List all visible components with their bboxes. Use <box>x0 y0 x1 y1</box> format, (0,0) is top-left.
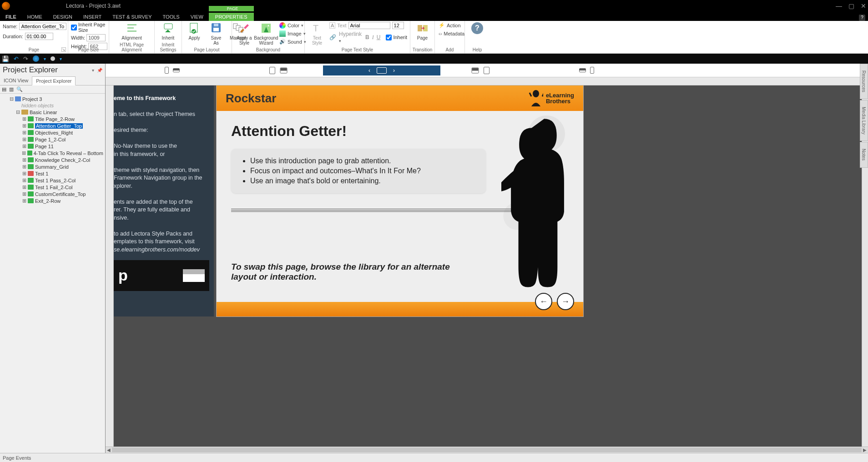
transition-button[interactable]: Page <box>413 22 432 40</box>
horizontal-scrollbar[interactable]: ◀ ▶ <box>106 447 868 453</box>
apply-layout-button[interactable]: Apply <box>185 22 204 40</box>
device-tablet-landscape-2[interactable] <box>472 67 479 73</box>
tree-expander[interactable]: ⊞ <box>22 130 26 136</box>
tab-tools[interactable]: TOOLS <box>157 13 185 21</box>
tree-node[interactable]: ⊞Test 1 Fail_2-Col <box>1 184 104 191</box>
swap-instruction-text[interactable]: To swap this page, browse the library fo… <box>231 262 477 282</box>
background-wizard-button[interactable]: Background Wizard <box>257 22 276 45</box>
device-tablet-portrait[interactable] <box>269 67 275 74</box>
canvas[interactable]: eme to this Framework n tab, select the … <box>114 85 862 447</box>
tree-node[interactable]: ⊞Title Page_2-Row <box>1 116 104 122</box>
dot-icon[interactable] <box>50 56 55 61</box>
tree-node[interactable]: ⊞Exit_2-Row <box>1 197 104 204</box>
panel-pin-icon[interactable]: 📌 <box>97 68 102 73</box>
tree-expander[interactable]: ⊟ <box>9 96 14 102</box>
next-page-button[interactable]: → <box>557 293 574 310</box>
tree-expander[interactable]: ⊟ <box>15 109 20 115</box>
tree-expander[interactable]: ⊞ <box>22 157 26 163</box>
tree-expander[interactable]: ⊞ <box>22 191 26 197</box>
device-phone-portrait-2[interactable] <box>590 67 594 74</box>
slide-attention-getter[interactable]: Rockstar eLearningBrothers Attention Get… <box>217 85 583 316</box>
tab-properties[interactable]: PROPERTIES <box>209 13 254 21</box>
tree-node[interactable]: ⊞Knowledge Check_2-Col <box>1 156 104 163</box>
device-phone-landscape-2[interactable] <box>579 68 586 72</box>
tree-expander[interactable]: ⊞ <box>22 184 26 190</box>
side-tab-notes[interactable]: Notes <box>860 142 868 167</box>
tree-node[interactable]: hidden objects <box>1 102 104 109</box>
undo-icon[interactable]: ↶ <box>14 55 19 62</box>
bg-color-dropdown[interactable]: Color <box>278 22 307 29</box>
zoom-out-icon[interactable]: ▾ <box>44 56 46 61</box>
apply-style-button[interactable]: Apply a Style <box>235 22 254 45</box>
save-as-layout-button[interactable]: Save As <box>207 22 226 45</box>
device-tablet-portrait-2[interactable] <box>484 67 490 74</box>
duration-input[interactable] <box>25 33 53 40</box>
text-style-button[interactable]: TText Style <box>308 22 327 45</box>
tree-node[interactable]: ⊞CustomCertificate_Top <box>1 191 104 197</box>
add-action-button[interactable]: ⚡Action <box>438 22 462 29</box>
bullet-1[interactable]: Use this introduction page to grab atten… <box>250 156 476 166</box>
prev-device-icon[interactable]: ‹ <box>368 67 370 74</box>
tree-node[interactable]: ⊟Project 3 <box>1 95 104 102</box>
redo-icon[interactable]: ↷ <box>23 55 28 62</box>
tab-design[interactable]: DESIGN <box>48 13 78 21</box>
tree-expander[interactable]: ⊞ <box>22 136 26 142</box>
help-icon[interactable]: ? <box>859 15 865 21</box>
preview-icon[interactable] <box>33 55 39 62</box>
font-size-input[interactable] <box>392 22 404 29</box>
close-button[interactable]: ✕ <box>861 2 866 10</box>
help-button[interactable]: ?Help <box>468 22 487 40</box>
hscroll-thumb[interactable] <box>112 447 862 452</box>
side-tab-resources[interactable]: Resources <box>860 85 868 99</box>
tab-home[interactable]: HOME <box>22 13 48 21</box>
italic-button[interactable]: I <box>372 34 374 41</box>
alignment-button[interactable]: Alignment <box>121 22 141 40</box>
tab-test-survey[interactable]: TEST & SURVEY <box>107 13 157 21</box>
tree-expander[interactable]: ⊞ <box>22 143 26 149</box>
tree-expander[interactable]: ⊞ <box>22 150 26 156</box>
device-desktop-active[interactable]: ‹ › <box>323 65 440 75</box>
tree-node[interactable]: ⊞Objectives_Right <box>1 129 104 136</box>
tree-expander[interactable]: ⊞ <box>22 123 26 129</box>
tree-collapse-all-icon[interactable]: ▥ <box>9 86 14 92</box>
prev-page-button[interactable]: ← <box>535 293 552 310</box>
tree-node[interactable]: ⊟Basic Linear <box>1 109 104 116</box>
underline-button[interactable]: U <box>377 34 381 40</box>
tree-expander[interactable]: ⊞ <box>22 198 26 204</box>
tree-node[interactable]: ⊞Test 1 Pass_2-Col <box>1 177 104 184</box>
device-phone-portrait[interactable] <box>165 67 169 74</box>
page-events-label[interactable]: Page Events <box>3 455 31 461</box>
save-icon[interactable]: 💾 <box>2 55 9 62</box>
font-family-input[interactable] <box>348 22 390 29</box>
expand-icon[interactable]: ▾ <box>60 56 62 61</box>
panel-menu-icon[interactable]: ▾ <box>92 68 94 73</box>
bold-button[interactable]: B <box>365 34 369 40</box>
next-device-icon[interactable]: › <box>393 67 395 74</box>
minimize-button[interactable]: — <box>836 2 842 10</box>
bullet-3[interactable]: Use an image that's bold or entertaining… <box>250 176 476 186</box>
project-tree[interactable]: ⊟Project 3hidden objects⊟Basic Linear⊞Ti… <box>0 94 105 206</box>
tab-file[interactable]: FILE <box>0 13 22 21</box>
maximize-button[interactable]: ▢ <box>848 2 854 10</box>
side-tab-media-library[interactable]: Media Library <box>860 100 868 141</box>
tree-node[interactable]: ⊞Attention Getter_Top <box>1 122 104 129</box>
hscroll-left[interactable]: ◀ <box>106 447 112 453</box>
tree-node[interactable]: ⊞Test 1 <box>1 170 104 177</box>
bullet-2[interactable]: Focus on impact and outcomes–What's In I… <box>250 166 476 176</box>
bg-image-dropdown[interactable]: Image <box>278 30 307 37</box>
tree-search-icon[interactable]: 🔍 <box>16 86 23 92</box>
hyperlink-dropdown[interactable]: Hyperlink <box>339 31 363 44</box>
device-tablet-landscape[interactable] <box>280 67 288 73</box>
tree-expander[interactable]: ⊞ <box>22 171 26 176</box>
tree-expand-all-icon[interactable]: ▤ <box>2 86 6 92</box>
add-metadata-button[interactable]: ‹›Metadata <box>438 30 465 37</box>
tree-node[interactable]: ⊞Page 11 <box>1 143 104 150</box>
page-name-input[interactable] <box>19 23 66 30</box>
inherit-text-checkbox[interactable] <box>386 35 392 40</box>
tab-view[interactable]: VIEW <box>185 13 209 21</box>
inherit-button[interactable]: Inherit <box>159 22 178 40</box>
device-phone-landscape[interactable] <box>173 68 180 72</box>
inherit-page-size-checkbox[interactable]: Inherit Page Size <box>71 22 106 33</box>
content-box[interactable]: Use this introduction page to grab atten… <box>231 149 486 193</box>
tree-expander[interactable]: ⊞ <box>22 177 26 183</box>
